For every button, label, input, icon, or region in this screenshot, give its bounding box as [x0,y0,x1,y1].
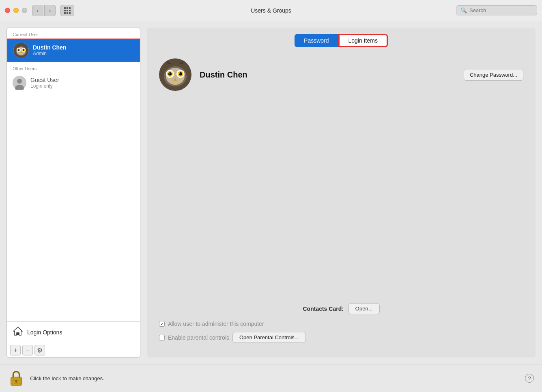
contacts-card-label: Contacts Card: [303,306,344,312]
current-user-item[interactable]: Dustin Chen Admin [7,39,140,62]
add-user-button[interactable]: + [10,345,21,355]
panel-content: Dustin Chen Change Password... Contacts … [147,52,536,358]
search-icon: 🔍 [460,7,467,13]
allow-admin-row: ✓ Allow user to administer this computer [159,321,523,327]
user-info: Dustin Chen Admin [33,44,66,56]
open-contacts-button[interactable]: Open... [348,303,380,314]
remove-user-button[interactable]: − [22,345,33,355]
svg-point-15 [17,79,22,84]
large-avatar [159,58,191,91]
maximize-button[interactable] [22,8,27,13]
svg-point-25 [169,73,170,74]
search-input[interactable] [469,7,533,13]
tab-login-items[interactable]: Login Items [338,34,388,47]
contacts-row: Contacts Card: Open... [159,303,523,314]
user-avatar-image [13,43,29,58]
search-bar[interactable]: 🔍 [456,5,537,15]
user-display-name: Dustin Chen [200,70,456,80]
lock-icon[interactable] [8,369,24,387]
sidebar-toolbar: + − ⚙ [7,343,140,357]
allow-admin-label: Allow user to administer this computer [168,321,264,327]
traffic-lights [5,8,27,13]
user-header: Dustin Chen Change Password... [159,58,523,91]
login-options-row[interactable]: Login Options [7,321,140,343]
window-title: Users & Groups [251,7,291,14]
back-button[interactable]: ‹ [32,5,43,16]
main-content: Current User [0,21,542,364]
lock-text: Click the lock to make changes. [30,375,519,381]
bottom-bar: Click the lock to make changes. ? [0,364,542,392]
other-users-label: Other Users [7,62,140,73]
guest-user-item[interactable]: Guest User Login only [7,73,140,93]
help-button[interactable]: ? [525,374,534,383]
change-password-button[interactable]: Change Password... [464,69,523,81]
svg-rect-18 [17,333,19,335]
avatar [13,43,29,58]
titlebar: ‹ › Users & Groups 🔍 [0,0,542,21]
parental-controls-checkbox[interactable] [159,335,165,340]
tab-password[interactable]: Password [295,34,338,47]
guest-user-info: Guest User Login only [30,77,59,89]
parental-controls-label: Enable parental controls [168,334,229,341]
home-icon [13,326,23,339]
tab-bar: Password Login Items [147,28,536,52]
right-panel: Password Login Items [147,28,536,358]
forward-button[interactable]: › [44,5,56,16]
minimize-button[interactable] [13,8,19,13]
gear-button[interactable]: ⚙ [34,345,45,355]
grid-icon [64,7,71,14]
current-user-name: Dustin Chen [33,44,66,51]
svg-point-10 [23,49,23,50]
checkmark-icon: ✓ [160,321,164,327]
svg-rect-35 [16,381,17,383]
current-user-role: Admin [33,51,66,56]
close-button[interactable] [5,8,10,13]
guest-user-role: Login only [30,83,59,89]
allow-admin-checkbox[interactable]: ✓ [159,321,165,327]
login-options-label: Login Options [27,329,62,336]
guest-avatar [13,76,26,90]
guest-user-name: Guest User [30,77,59,83]
nav-buttons: ‹ › [32,5,56,16]
svg-point-29 [179,73,181,74]
sidebar: Current User [6,28,140,358]
svg-point-6 [18,49,18,50]
open-parental-controls-button[interactable]: Open Parental Controls... [232,332,306,343]
current-user-label: Current User [7,28,140,39]
parental-controls-row: Enable parental controls Open Parental C… [159,332,523,343]
grid-view-button[interactable] [60,5,74,16]
